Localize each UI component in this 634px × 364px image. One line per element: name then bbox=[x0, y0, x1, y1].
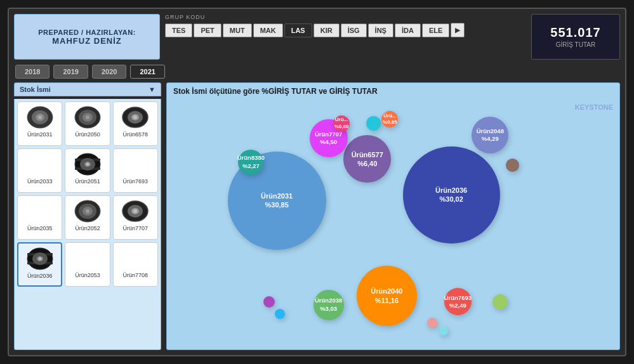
bubble-rnd[interactable] bbox=[506, 159, 519, 172]
stok-ismi-label: Stok İsmi bbox=[20, 86, 51, 93]
svg-point-17 bbox=[86, 163, 89, 166]
tab-las[interactable]: LAS bbox=[284, 23, 312, 37]
stok-item-label: Ürün2051 bbox=[75, 178, 100, 185]
stok-item-label: Ürün7693 bbox=[123, 178, 149, 185]
bubble-rn2048[interactable]: Ürün2048%4,29 bbox=[472, 117, 508, 153]
list-item[interactable]: Ürün2053 bbox=[65, 242, 110, 287]
stok-item-label: Ürün2035 bbox=[27, 225, 53, 231]
group-kodu-tabs: TES PET MUT MAK LAS KIR İSG İNŞ İDA ELE … bbox=[165, 23, 526, 37]
total-amount: 551.017 bbox=[550, 25, 600, 40]
bubble-pct: %30,02 bbox=[440, 195, 463, 204]
list-item[interactable]: Ürün2051 bbox=[65, 148, 110, 193]
list-item[interactable]: Ürün7708 bbox=[113, 242, 158, 287]
year-2021[interactable]: 2021 bbox=[130, 65, 164, 79]
main-container: PREPARED / HAZIRLAYAN: MAHFUZ DENİZ GRUP… bbox=[8, 8, 626, 356]
bubble-rn7693[interactable]: Ürün7693%2,49 bbox=[444, 288, 472, 315]
bubble-rna[interactable]: Ürü...%0,80 bbox=[333, 115, 350, 132]
bubble-pct: %30,85 bbox=[265, 200, 289, 209]
bubble-rn6577[interactable]: Ürün6577%6,40 bbox=[343, 135, 391, 183]
stok-item-label: Ürün2031 bbox=[27, 131, 53, 138]
bubble-label: Ürü... bbox=[383, 113, 396, 119]
tab-isg[interactable]: İSG bbox=[341, 23, 367, 37]
list-item[interactable]: Ürün2033 bbox=[17, 148, 62, 193]
top-row: PREPARED / HAZIRLAYAN: MAHFUZ DENİZ GRUP… bbox=[14, 14, 620, 60]
tire-image bbox=[72, 198, 103, 224]
bubble-rn2036[interactable]: Ürün2036%30,02 bbox=[403, 146, 500, 244]
svg-point-3 bbox=[38, 115, 42, 119]
bubble-rn2040[interactable]: Ürün2040%11,16 bbox=[357, 266, 417, 326]
list-item[interactable]: Ürün2036 bbox=[17, 242, 62, 287]
bubble-pct: %6,40 bbox=[357, 159, 377, 168]
tab-ida[interactable]: İDA bbox=[395, 23, 421, 37]
tab-ele[interactable]: ELE bbox=[422, 23, 449, 37]
tab-tes[interactable]: TES bbox=[165, 23, 192, 37]
tire-image bbox=[72, 105, 103, 130]
list-item[interactable]: Ürün2052 bbox=[65, 195, 110, 240]
bubble-label: Ürün6577 bbox=[352, 150, 383, 159]
stok-item-label: Ürün2053 bbox=[75, 272, 100, 278]
stok-item-label: Ürün2036 bbox=[27, 273, 53, 279]
year-2018[interactable]: 2018 bbox=[15, 65, 50, 79]
svg-point-21 bbox=[86, 209, 89, 213]
tire-image bbox=[119, 105, 151, 130]
list-item[interactable]: Ürün6578 bbox=[113, 101, 158, 146]
bubble-label: Ürün7707 bbox=[315, 131, 342, 138]
tab-mak[interactable]: MAK bbox=[253, 23, 283, 37]
stok-ismi-arrow: ▼ bbox=[149, 86, 155, 93]
left-panel: Stok İsmi ▼ Ürün2031 Ürün2050 Ürün6578Ür… bbox=[14, 82, 161, 350]
bubble-rng[interactable] bbox=[492, 294, 508, 309]
total-label: GİRİŞ TUTAR bbox=[556, 41, 595, 48]
year-2020[interactable]: 2020 bbox=[92, 65, 126, 79]
tire-image bbox=[72, 152, 103, 177]
stok-item-label: Ürün7707 bbox=[123, 225, 149, 231]
bubble-rn2038[interactable]: Ürün2038%3,03 bbox=[314, 290, 344, 320]
tire-image bbox=[119, 152, 151, 177]
stok-item-label: Ürün7708 bbox=[123, 272, 149, 278]
list-item[interactable]: Ürün2050 bbox=[65, 101, 110, 146]
bubble-rni[interactable] bbox=[439, 327, 448, 335]
stok-list[interactable]: Ürün2031 Ürün2050 Ürün6578Ürün2033 Ürün2… bbox=[14, 99, 161, 350]
bubble-pct: %3,03 bbox=[320, 305, 337, 313]
bubble-label: Ürün2038 bbox=[315, 297, 342, 304]
list-item[interactable]: Ürün7693 bbox=[113, 148, 158, 193]
bubble-rnf[interactable] bbox=[275, 309, 285, 319]
bubble-label: Ürün2040 bbox=[371, 287, 402, 296]
tab-next-arrow[interactable]: ▶ bbox=[451, 23, 465, 37]
bubble-rne[interactable] bbox=[263, 296, 275, 308]
bubble-label: Ürün7693 bbox=[444, 294, 472, 302]
tab-pet[interactable]: PET bbox=[194, 23, 221, 37]
bubble-label: Ürün8380 bbox=[237, 154, 265, 162]
bubble-rnh[interactable] bbox=[427, 318, 437, 328]
year-row: 2018 2019 2020 2021 bbox=[14, 65, 620, 79]
stok-item-label: Ürün2052 bbox=[75, 225, 100, 231]
tire-image bbox=[119, 245, 151, 271]
bubble-label: Ürün2031 bbox=[261, 192, 293, 200]
bubble-rn8380[interactable]: Ürün8380%2,27 bbox=[238, 150, 263, 175]
bubble-pct: %2,49 bbox=[449, 302, 466, 309]
tire-image bbox=[24, 152, 56, 177]
tab-mut[interactable]: MUT bbox=[223, 23, 252, 37]
list-item[interactable]: Ürün2031 bbox=[17, 101, 62, 146]
bubble-pct: %4,50 bbox=[320, 138, 337, 146]
right-panel: Stok İsmi ölçütüne göre %GİRİŞ TUTAR ve … bbox=[166, 82, 620, 350]
bubble-rnb[interactable] bbox=[366, 116, 381, 131]
tire-image bbox=[72, 245, 103, 271]
tab-ins[interactable]: İNŞ bbox=[368, 23, 393, 37]
bubble-pct: %11,16 bbox=[375, 296, 399, 305]
list-item[interactable]: Ürün7707 bbox=[113, 195, 158, 240]
prepared-name: MAHFUZ DENİZ bbox=[52, 36, 122, 46]
stok-item-label: Ürün2033 bbox=[27, 178, 53, 185]
watermark: KEYSTONE bbox=[575, 103, 613, 111]
year-2019[interactable]: 2019 bbox=[53, 65, 88, 79]
tire-image bbox=[24, 198, 56, 224]
list-item[interactable]: Ürün2035 bbox=[17, 195, 62, 240]
bubble-rnc[interactable]: Ürü...%0,85 bbox=[381, 111, 398, 127]
tire-image bbox=[119, 198, 151, 224]
total-box: 551.017 GİRİŞ TUTAR bbox=[531, 14, 620, 60]
content-row: Stok İsmi ▼ Ürün2031 Ürün2050 Ürün6578Ür… bbox=[14, 82, 620, 350]
bubble-pct: %4,29 bbox=[482, 135, 499, 143]
svg-point-25 bbox=[133, 209, 137, 213]
tab-kir[interactable]: KIR bbox=[314, 23, 340, 37]
bubble-pct: %2,27 bbox=[242, 162, 260, 170]
prepared-label: PREPARED / HAZIRLAYAN: bbox=[38, 29, 136, 36]
